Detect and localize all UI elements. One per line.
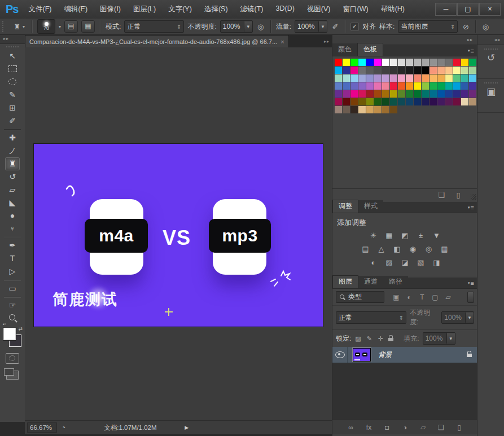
color-swatch[interactable] [343,90,350,98]
color-swatch[interactable] [350,90,358,98]
chevron-down-icon[interactable]: ▾ [59,24,61,29]
color-swatch[interactable] [382,90,389,98]
color-swatch[interactable] [382,82,389,90]
color-swatch[interactable] [398,67,405,74]
curves-icon[interactable]: ◩ [400,231,411,240]
crop-tool[interactable]: ⊞ [5,102,20,114]
color-swatch[interactable] [358,98,366,105]
tool-preset-picker[interactable]: ♜ ▾ [11,21,27,32]
color-swatch[interactable] [350,98,358,105]
color-swatch[interactable] [422,59,429,66]
menu-item[interactable]: 窗口(W) [343,5,369,14]
color-swatch[interactable] [398,90,405,98]
color-swatch[interactable] [390,67,397,74]
color-swatch[interactable] [358,90,366,98]
color-swatch[interactable] [430,67,437,74]
default-colors-icon[interactable]: ▪▫ [3,322,6,327]
color-swatch[interactable] [437,74,445,82]
color-swatch[interactable] [398,59,405,66]
delete-swatch-button[interactable]: ▯ [454,191,463,199]
lock-position-icon[interactable]: ✛ [377,335,384,342]
layer-filter-type-select[interactable]: 类型 [336,291,384,303]
color-swatch[interactable] [414,74,421,82]
brightness-contrast-icon[interactable]: ☀ [368,231,379,240]
color-swatch[interactable] [437,67,445,74]
color-swatch[interactable] [469,82,476,90]
spot-healing-brush-tool[interactable]: ✚ [5,131,20,144]
color-swatch[interactable] [358,106,366,113]
new-swatch-button[interactable]: ❏ [437,191,446,199]
color-swatch[interactable] [430,59,437,66]
gradient-map-icon[interactable]: ▧ [415,258,427,267]
color-swatch[interactable] [398,98,405,105]
photo-filter-icon[interactable]: ◉ [407,245,419,254]
tab-channels[interactable]: 通道 [358,276,383,288]
color-swatch[interactable] [406,82,413,90]
menu-item[interactable]: 文件(F) [28,5,51,14]
color-swatch[interactable] [343,82,350,90]
color-swatch[interactable] [374,67,382,74]
color-swatch[interactable] [406,98,413,105]
color-swatch[interactable] [390,74,397,82]
color-lookup-icon[interactable]: ▦ [439,245,450,254]
color-swatch[interactable] [461,82,468,90]
color-swatch[interactable] [422,98,429,105]
menu-item[interactable]: 编辑(E) [64,5,87,14]
color-swatch[interactable] [445,67,453,74]
color-swatch[interactable] [406,90,413,98]
tab-overflow-icon[interactable]: ▸▸ [324,39,332,47]
tab-swatches[interactable]: 色板 [357,43,383,56]
color-swatch[interactable] [335,67,342,74]
color-swatch[interactable] [414,82,421,90]
color-swatch[interactable] [461,90,468,98]
color-swatch[interactable] [390,90,397,98]
link-layers-icon[interactable]: ∞ [347,424,356,431]
lock-transparency-icon[interactable]: ▨ [354,335,361,342]
color-swatch[interactable] [366,59,374,66]
status-options-arrow[interactable]: ▶ [182,425,192,430]
toggle-brush-panel-button[interactable]: ▤ [64,20,78,33]
color-swatch[interactable] [358,67,366,74]
color-swatch[interactable] [398,82,405,90]
color-swatch[interactable] [469,59,476,66]
brush-tool[interactable]: ノ [5,144,20,157]
color-swatch[interactable] [445,98,453,105]
canvas-image[interactable]: m4a VS mp3 简鹿测试 [34,144,323,327]
airbrush-toggle-icon[interactable]: ✐ [331,23,340,31]
quick-mask-mode-button[interactable] [6,353,19,364]
filter-shape-layers-icon[interactable]: ▢ [431,293,440,301]
color-swatch[interactable] [358,59,366,66]
maximize-button[interactable]: ▢ [457,3,479,16]
color-swatch[interactable] [406,67,413,74]
color-swatch[interactable] [390,82,397,90]
color-swatch[interactable] [350,82,358,90]
color-swatch[interactable] [343,106,350,113]
color-swatch[interactable] [437,82,445,90]
hand-tool[interactable]: ☞ [5,299,20,312]
black-white-icon[interactable]: ◧ [392,245,403,254]
color-swatch[interactable] [366,98,374,105]
type-tool[interactable]: T [5,252,20,265]
color-swatch[interactable] [414,90,421,98]
color-swatch[interactable] [374,106,382,113]
layer-style-icon[interactable]: fx [365,424,374,431]
color-swatch[interactable] [406,74,413,82]
color-swatch[interactable] [343,74,350,82]
color-swatch[interactable] [343,67,350,74]
color-swatch[interactable] [374,82,382,90]
canvas-pasteboard[interactable]: m4a VS mp3 简鹿测试 [25,47,332,421]
tablet-pressure-opacity-icon[interactable]: ◎ [256,23,265,31]
posterize-icon[interactable]: ▨ [384,258,395,267]
color-swatch[interactable] [414,59,421,66]
color-swatch[interactable] [453,67,461,74]
menu-item[interactable]: 3D(D) [276,5,295,14]
color-swatch[interactable] [469,67,476,74]
foreground-color-chip[interactable] [3,328,16,340]
tab-paths[interactable]: 路径 [383,276,408,288]
color-swatch[interactable] [414,98,421,105]
panel-menu-icon[interactable]: ≡ [468,204,474,211]
color-swatch[interactable] [374,90,382,98]
swap-colors-icon[interactable]: ⇄ [18,326,23,332]
history-panel-button[interactable]: ↺ [477,45,504,79]
color-swatch[interactable] [374,74,382,82]
